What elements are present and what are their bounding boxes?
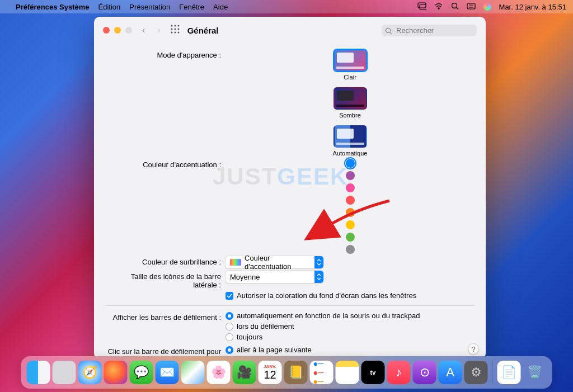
dock-safari[interactable]: 🧭	[78, 361, 102, 384]
dock: 🧭 💬 ✉️ 🌸 🎥 JANV.12 📒 ●─●─●─ tv ♪ ⊙ A ⚙ 📄…	[21, 356, 552, 389]
menu-fenetre[interactable]: Fenêtre	[179, 3, 204, 11]
app-name[interactable]: Préférences Système	[16, 3, 90, 11]
scroll-click-page[interactable]: aller à la page suivante	[226, 346, 475, 354]
scrollbars-label: Afficher les barres de défilement :	[105, 311, 226, 322]
dock-downloads[interactable]: 📄	[497, 361, 521, 384]
window-toolbar: ‹ › Général	[94, 17, 486, 44]
spotlight-icon[interactable]	[451, 2, 459, 12]
back-button[interactable]: ‹	[140, 25, 147, 35]
svg-point-12	[177, 29, 179, 30]
appearance-light[interactable]: Clair	[226, 49, 475, 81]
sidebar-size-label: Taille des icônes de la barre latérale :	[105, 271, 226, 289]
accent-graphite[interactable]	[346, 245, 355, 254]
svg-rect-0	[418, 3, 426, 8]
svg-point-15	[177, 32, 179, 34]
show-all-button[interactable]	[171, 25, 180, 36]
svg-point-7	[171, 25, 172, 27]
window-title: Général	[187, 26, 219, 35]
accent-green[interactable]	[346, 233, 355, 242]
accent-red[interactable]	[346, 196, 355, 205]
dock-reminders[interactable]: ●─●─●─	[310, 361, 334, 384]
search-field[interactable]	[382, 25, 477, 36]
svg-line-17	[390, 32, 392, 34]
dock-contacts[interactable]: 📒	[284, 361, 308, 384]
pane-body: Mode d'apparence : Clair Sombre Automati…	[94, 44, 486, 359]
accent-swatches	[226, 159, 475, 254]
control-icon[interactable]	[467, 3, 476, 11]
svg-rect-1	[420, 4, 426, 10]
traffic-lights	[103, 27, 132, 34]
forward-button[interactable]: ›	[155, 25, 162, 35]
highlight-label: Couleur de surbrillance :	[105, 256, 226, 266]
svg-line-3	[456, 7, 458, 10]
svg-point-11	[174, 29, 176, 30]
svg-point-16	[386, 28, 390, 32]
siri-icon[interactable]	[483, 3, 491, 11]
menu-presentation[interactable]: Présentation	[129, 3, 170, 11]
svg-point-9	[177, 25, 179, 27]
dock-preferences[interactable]: ⚙	[464, 361, 488, 384]
accent-yellow[interactable]	[346, 220, 355, 229]
svg-point-2	[452, 3, 457, 8]
svg-point-14	[174, 32, 176, 34]
scrollbars-auto[interactable]: automatiquement en fonction de la souris…	[226, 311, 475, 320]
dock-music[interactable]: ♪	[387, 361, 411, 384]
accent-orange[interactable]	[346, 208, 355, 217]
dock-launchpad[interactable]	[53, 361, 76, 384]
search-input[interactable]	[382, 25, 477, 36]
control-center-icon[interactable]	[417, 2, 426, 12]
dock-mail[interactable]: ✉️	[156, 361, 179, 384]
dock-messages[interactable]: 💬	[130, 361, 153, 384]
datetime[interactable]: Mar. 12 janv. à 15:51	[499, 3, 566, 11]
sidebar-size-select[interactable]: Moyenne	[226, 271, 323, 283]
dock-finder[interactable]	[27, 361, 50, 384]
svg-point-13	[171, 32, 172, 34]
preferences-window: ‹ › Général Mode d'apparence : Clair Som…	[94, 17, 486, 359]
dock-firefox[interactable]	[104, 361, 128, 384]
accent-label: Couleur d'accentuation :	[105, 159, 226, 169]
close-button[interactable]	[103, 27, 110, 34]
menubar: Préférences Système Édition Présentation…	[0, 0, 573, 13]
dock-notes[interactable]	[336, 361, 359, 384]
svg-point-10	[171, 29, 172, 30]
scrollbars-scrolling[interactable]: lors du défilement	[226, 322, 475, 330]
highlight-select[interactable]: Couleur d'accentuation	[226, 256, 323, 268]
appearance-dark[interactable]: Sombre	[226, 87, 475, 119]
dock-appstore[interactable]: A	[439, 361, 462, 384]
dock-tv[interactable]: tv	[361, 361, 385, 384]
scrollbars-always[interactable]: toujours	[226, 333, 475, 341]
dock-maps[interactable]	[181, 361, 205, 384]
dock-facetime[interactable]: 🎥	[233, 361, 256, 384]
svg-point-8	[174, 25, 176, 27]
appearance-label: Mode d'apparence :	[105, 49, 226, 59]
wifi-icon[interactable]	[434, 3, 443, 11]
help-button[interactable]: ?	[468, 343, 479, 355]
minimize-button[interactable]	[114, 27, 121, 34]
dock-separator	[492, 361, 493, 384]
dock-trash[interactable]: 🗑️	[523, 361, 547, 384]
zoom-button[interactable]	[125, 27, 132, 34]
appearance-auto[interactable]: Automatique	[226, 125, 475, 157]
dock-photos[interactable]: 🌸	[207, 361, 231, 384]
accent-pink[interactable]	[346, 183, 355, 192]
svg-rect-4	[467, 3, 475, 9]
menu-edition[interactable]: Édition	[98, 3, 121, 11]
dock-podcasts[interactable]: ⊙	[413, 361, 436, 384]
menu-aide[interactable]: Aide	[213, 3, 228, 11]
accent-purple[interactable]	[346, 171, 355, 180]
dock-calendar[interactable]: JANV.12	[259, 361, 282, 384]
accent-blue[interactable]	[346, 159, 355, 168]
wallpaper-tint-checkbox[interactable]: Autoriser la coloration du fond d'écran …	[226, 291, 475, 300]
